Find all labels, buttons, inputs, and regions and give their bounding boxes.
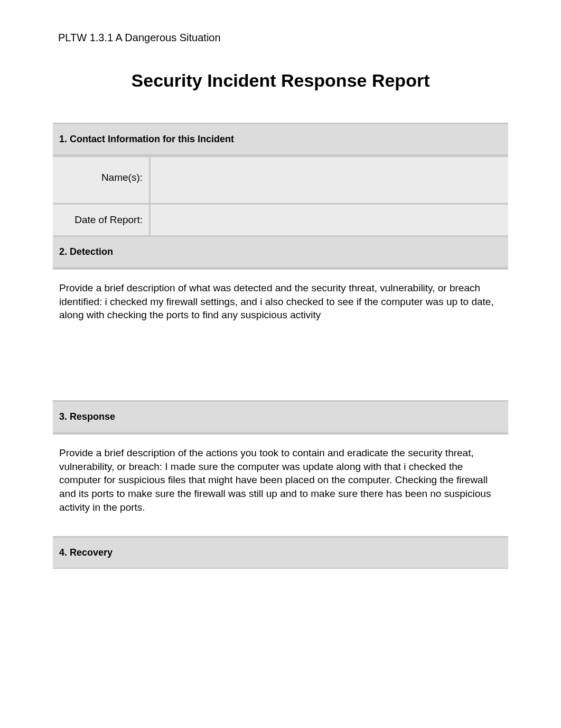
field-row-names: Name(s): <box>53 155 508 203</box>
response-content[interactable]: Provide a brief description of the actio… <box>53 433 508 536</box>
document-title: Security Incident Response Report <box>53 70 508 91</box>
section-recovery-header: 4. Recovery <box>53 536 508 569</box>
section-contact-header: 1. Contact Information for this Incident <box>53 123 508 155</box>
date-label: Date of Report: <box>53 205 151 235</box>
section-detection-header: 2. Detection <box>53 235 508 268</box>
field-row-date: Date of Report: <box>53 203 508 235</box>
report-form: 1. Contact Information for this Incident… <box>53 123 508 569</box>
section-response-header: 3. Response <box>53 400 508 433</box>
names-label: Name(s): <box>53 157 151 203</box>
page-header: PLTW 1.3.1 A Dangerous Situation <box>58 32 508 44</box>
date-value[interactable] <box>151 205 508 235</box>
names-value[interactable] <box>151 157 508 203</box>
detection-content[interactable]: Provide a brief description of what was … <box>53 268 508 400</box>
